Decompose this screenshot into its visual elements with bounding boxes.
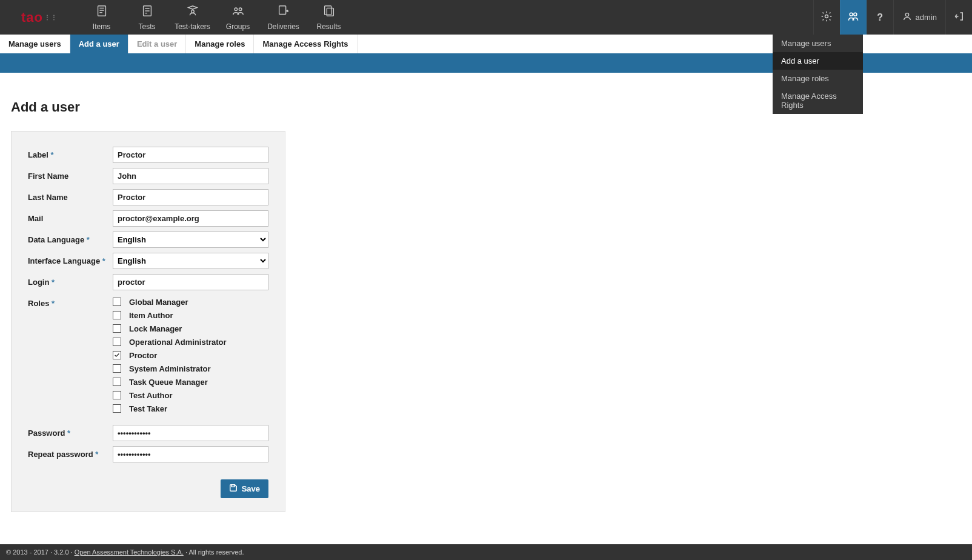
password-label: Password * (28, 425, 113, 438)
role-label: Global Manager (129, 298, 188, 307)
role-label: Test Taker (129, 404, 167, 413)
role-label: Item Author (129, 311, 173, 320)
roles-label: Roles * (28, 295, 113, 308)
logo[interactable]: tao ⋮⋮ (0, 10, 79, 25)
svg-rect-0 (98, 5, 105, 16)
logout-button[interactable] (945, 0, 972, 35)
items-icon (79, 4, 124, 19)
user-icon (902, 12, 916, 23)
dropdown-item[interactable]: Add a user (773, 52, 863, 70)
interface-language-label: Interface Language * (28, 253, 113, 265)
nav-results[interactable]: Results (306, 1, 351, 35)
subtab: Edit a user (128, 35, 186, 53)
mail-input[interactable] (113, 210, 268, 227)
top-nav: tao ⋮⋮ Items Tests Test-takers Groups (0, 0, 972, 35)
role-checkbox[interactable] (113, 378, 121, 386)
nav-label: Test-takers (175, 22, 210, 31)
last-name-label: Last Name (28, 189, 113, 202)
results-icon (306, 4, 351, 19)
role-label: Task Queue Manager (129, 378, 208, 387)
svg-point-8 (191, 10, 194, 13)
login-label: Login * (28, 274, 113, 287)
subtab[interactable]: Add a user (70, 35, 128, 53)
dropdown-item[interactable]: Manage users (773, 35, 863, 52)
repeat-password-input[interactable] (113, 446, 268, 462)
login-input[interactable] (113, 274, 268, 290)
svg-point-16 (854, 13, 857, 16)
groups-icon (215, 4, 261, 19)
content: Add a user Label * First Name Last Name … (0, 73, 972, 512)
nav-label: Results (316, 22, 341, 31)
gear-icon (821, 10, 833, 24)
role-item: Proctor (113, 348, 268, 362)
role-item: System Administrator (113, 362, 268, 375)
deliveries-icon (261, 4, 306, 19)
role-checkbox[interactable] (113, 324, 121, 333)
password-input[interactable] (113, 425, 268, 441)
add-user-form: Label * First Name Last Name Mail Data L… (11, 131, 285, 512)
svg-rect-11 (279, 5, 285, 14)
role-checkbox[interactable] (113, 404, 121, 413)
label-input[interactable] (113, 147, 268, 163)
users-icon (847, 10, 859, 24)
subtab[interactable]: Manage users (0, 35, 70, 53)
mail-label: Mail (28, 210, 113, 223)
subtab[interactable]: Manage roles (186, 35, 254, 53)
role-checkbox[interactable] (113, 391, 121, 399)
role-item: Test Taker (113, 402, 268, 415)
nav-test-takers[interactable]: Test-takers (170, 1, 215, 35)
label-label: Label * (28, 147, 113, 159)
last-name-input[interactable] (113, 189, 268, 205)
data-language-select[interactable]: English (113, 232, 268, 248)
role-checkbox[interactable] (113, 351, 121, 359)
users-button[interactable] (840, 0, 867, 35)
role-checkbox[interactable] (113, 364, 121, 373)
role-item: Lock Manager (113, 322, 268, 335)
test-takers-icon (170, 4, 215, 19)
svg-point-17 (905, 13, 908, 16)
user-menu[interactable]: admin (893, 0, 945, 35)
dropdown-item[interactable]: Manage Access Rights (773, 87, 863, 114)
subtab[interactable]: Manage Access Rights (254, 35, 357, 53)
repeat-password-label: Repeat password * (28, 446, 113, 459)
nav-label: Items (93, 22, 110, 31)
role-item: Task Queue Manager (113, 375, 268, 388)
settings-button[interactable] (813, 0, 840, 35)
role-label: Lock Manager (129, 324, 182, 333)
role-item: Test Author (113, 388, 268, 402)
svg-rect-18 (231, 485, 235, 487)
role-checkbox[interactable] (113, 338, 121, 346)
logo-dots-icon: ⋮⋮ (44, 16, 58, 19)
roles-list: Global ManagerItem AuthorLock ManagerOpe… (113, 295, 268, 415)
main-nav: Items Tests Test-takers Groups Deliverie… (79, 1, 351, 35)
role-label: Operational Administrator (129, 338, 227, 347)
nav-items[interactable]: Items (79, 1, 124, 35)
svg-rect-12 (324, 5, 331, 15)
data-language-label: Data Language * (28, 232, 113, 244)
logout-icon (954, 11, 965, 24)
svg-point-15 (850, 13, 853, 16)
role-checkbox[interactable] (113, 298, 121, 306)
nav-deliveries[interactable]: Deliveries (261, 1, 306, 35)
nav-groups[interactable]: Groups (215, 1, 261, 35)
dropdown-item[interactable]: Manage roles (773, 70, 863, 87)
role-label: Test Author (129, 391, 173, 400)
role-label: System Administrator (129, 364, 211, 373)
svg-point-9 (235, 7, 238, 10)
interface-language-select[interactable]: English (113, 253, 268, 269)
save-icon (229, 484, 242, 494)
help-icon: ? (877, 12, 883, 23)
tests-icon (124, 4, 170, 19)
save-button[interactable]: Save (221, 479, 268, 498)
first-name-input[interactable] (113, 168, 268, 184)
nav-right: ? admin (813, 0, 972, 35)
user-name: admin (916, 13, 937, 22)
nav-tests[interactable]: Tests (124, 1, 170, 35)
role-checkbox[interactable] (113, 311, 121, 319)
role-item: Operational Administrator (113, 335, 268, 348)
svg-point-14 (825, 15, 828, 18)
role-item: Global Manager (113, 295, 268, 308)
help-button[interactable]: ? (867, 0, 893, 35)
role-label: Proctor (129, 351, 157, 360)
svg-point-10 (239, 7, 242, 10)
